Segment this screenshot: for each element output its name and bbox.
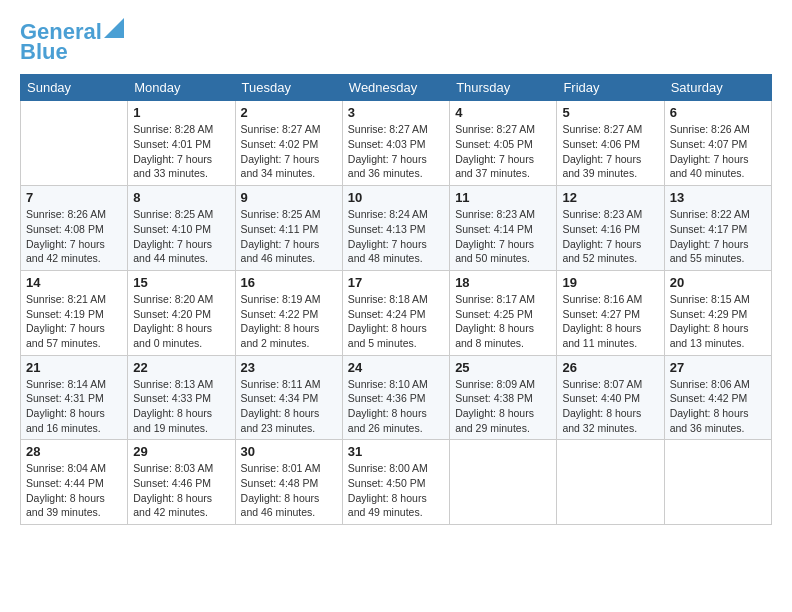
calendar-cell: 28 Sunrise: 8:04 AMSunset: 4:44 PMDaylig… bbox=[21, 440, 128, 525]
calendar-cell bbox=[557, 440, 664, 525]
day-number: 12 bbox=[562, 190, 658, 205]
calendar-week-row: 7 Sunrise: 8:26 AMSunset: 4:08 PMDayligh… bbox=[21, 186, 772, 271]
day-number: 30 bbox=[241, 444, 337, 459]
day-number: 5 bbox=[562, 105, 658, 120]
day-number: 1 bbox=[133, 105, 229, 120]
day-info: Sunrise: 8:13 AMSunset: 4:33 PMDaylight:… bbox=[133, 377, 229, 436]
calendar-cell: 19 Sunrise: 8:16 AMSunset: 4:27 PMDaylig… bbox=[557, 270, 664, 355]
calendar-week-row: 1 Sunrise: 8:28 AMSunset: 4:01 PMDayligh… bbox=[21, 101, 772, 186]
calendar-cell: 22 Sunrise: 8:13 AMSunset: 4:33 PMDaylig… bbox=[128, 355, 235, 440]
calendar-week-row: 14 Sunrise: 8:21 AMSunset: 4:19 PMDaylig… bbox=[21, 270, 772, 355]
calendar-cell: 5 Sunrise: 8:27 AMSunset: 4:06 PMDayligh… bbox=[557, 101, 664, 186]
day-number: 20 bbox=[670, 275, 766, 290]
calendar-cell: 24 Sunrise: 8:10 AMSunset: 4:36 PMDaylig… bbox=[342, 355, 449, 440]
day-info: Sunrise: 8:20 AMSunset: 4:20 PMDaylight:… bbox=[133, 292, 229, 351]
calendar-cell: 21 Sunrise: 8:14 AMSunset: 4:31 PMDaylig… bbox=[21, 355, 128, 440]
day-info: Sunrise: 8:25 AMSunset: 4:10 PMDaylight:… bbox=[133, 207, 229, 266]
day-number: 15 bbox=[133, 275, 229, 290]
day-number: 10 bbox=[348, 190, 444, 205]
calendar-cell: 31 Sunrise: 8:00 AMSunset: 4:50 PMDaylig… bbox=[342, 440, 449, 525]
column-header-monday: Monday bbox=[128, 75, 235, 101]
calendar-cell: 13 Sunrise: 8:22 AMSunset: 4:17 PMDaylig… bbox=[664, 186, 771, 271]
day-info: Sunrise: 8:00 AMSunset: 4:50 PMDaylight:… bbox=[348, 461, 444, 520]
day-info: Sunrise: 8:27 AMSunset: 4:06 PMDaylight:… bbox=[562, 122, 658, 181]
day-number: 25 bbox=[455, 360, 551, 375]
day-info: Sunrise: 8:06 AMSunset: 4:42 PMDaylight:… bbox=[670, 377, 766, 436]
calendar-cell: 11 Sunrise: 8:23 AMSunset: 4:14 PMDaylig… bbox=[450, 186, 557, 271]
day-number: 27 bbox=[670, 360, 766, 375]
day-number: 14 bbox=[26, 275, 122, 290]
calendar-header-row: SundayMondayTuesdayWednesdayThursdayFrid… bbox=[21, 75, 772, 101]
day-number: 7 bbox=[26, 190, 122, 205]
day-info: Sunrise: 8:01 AMSunset: 4:48 PMDaylight:… bbox=[241, 461, 337, 520]
day-info: Sunrise: 8:16 AMSunset: 4:27 PMDaylight:… bbox=[562, 292, 658, 351]
day-info: Sunrise: 8:24 AMSunset: 4:13 PMDaylight:… bbox=[348, 207, 444, 266]
logo: General Blue bbox=[20, 20, 124, 64]
calendar-cell bbox=[664, 440, 771, 525]
day-info: Sunrise: 8:17 AMSunset: 4:25 PMDaylight:… bbox=[455, 292, 551, 351]
day-info: Sunrise: 8:27 AMSunset: 4:05 PMDaylight:… bbox=[455, 122, 551, 181]
calendar-week-row: 21 Sunrise: 8:14 AMSunset: 4:31 PMDaylig… bbox=[21, 355, 772, 440]
day-number: 21 bbox=[26, 360, 122, 375]
calendar-cell: 9 Sunrise: 8:25 AMSunset: 4:11 PMDayligh… bbox=[235, 186, 342, 271]
day-info: Sunrise: 8:22 AMSunset: 4:17 PMDaylight:… bbox=[670, 207, 766, 266]
day-info: Sunrise: 8:07 AMSunset: 4:40 PMDaylight:… bbox=[562, 377, 658, 436]
calendar-cell: 1 Sunrise: 8:28 AMSunset: 4:01 PMDayligh… bbox=[128, 101, 235, 186]
calendar-cell: 12 Sunrise: 8:23 AMSunset: 4:16 PMDaylig… bbox=[557, 186, 664, 271]
day-info: Sunrise: 8:26 AMSunset: 4:07 PMDaylight:… bbox=[670, 122, 766, 181]
calendar-cell: 14 Sunrise: 8:21 AMSunset: 4:19 PMDaylig… bbox=[21, 270, 128, 355]
day-info: Sunrise: 8:19 AMSunset: 4:22 PMDaylight:… bbox=[241, 292, 337, 351]
column-header-tuesday: Tuesday bbox=[235, 75, 342, 101]
calendar-cell: 23 Sunrise: 8:11 AMSunset: 4:34 PMDaylig… bbox=[235, 355, 342, 440]
day-number: 22 bbox=[133, 360, 229, 375]
day-number: 11 bbox=[455, 190, 551, 205]
day-info: Sunrise: 8:21 AMSunset: 4:19 PMDaylight:… bbox=[26, 292, 122, 351]
calendar-cell bbox=[21, 101, 128, 186]
day-info: Sunrise: 8:27 AMSunset: 4:03 PMDaylight:… bbox=[348, 122, 444, 181]
calendar-cell: 7 Sunrise: 8:26 AMSunset: 4:08 PMDayligh… bbox=[21, 186, 128, 271]
column-header-wednesday: Wednesday bbox=[342, 75, 449, 101]
calendar-cell: 17 Sunrise: 8:18 AMSunset: 4:24 PMDaylig… bbox=[342, 270, 449, 355]
calendar-cell: 29 Sunrise: 8:03 AMSunset: 4:46 PMDaylig… bbox=[128, 440, 235, 525]
day-info: Sunrise: 8:28 AMSunset: 4:01 PMDaylight:… bbox=[133, 122, 229, 181]
calendar-cell: 30 Sunrise: 8:01 AMSunset: 4:48 PMDaylig… bbox=[235, 440, 342, 525]
day-info: Sunrise: 8:03 AMSunset: 4:46 PMDaylight:… bbox=[133, 461, 229, 520]
day-info: Sunrise: 8:14 AMSunset: 4:31 PMDaylight:… bbox=[26, 377, 122, 436]
calendar-cell: 10 Sunrise: 8:24 AMSunset: 4:13 PMDaylig… bbox=[342, 186, 449, 271]
day-info: Sunrise: 8:11 AMSunset: 4:34 PMDaylight:… bbox=[241, 377, 337, 436]
day-info: Sunrise: 8:09 AMSunset: 4:38 PMDaylight:… bbox=[455, 377, 551, 436]
calendar-cell: 15 Sunrise: 8:20 AMSunset: 4:20 PMDaylig… bbox=[128, 270, 235, 355]
calendar-cell: 6 Sunrise: 8:26 AMSunset: 4:07 PMDayligh… bbox=[664, 101, 771, 186]
calendar-cell: 27 Sunrise: 8:06 AMSunset: 4:42 PMDaylig… bbox=[664, 355, 771, 440]
day-info: Sunrise: 8:10 AMSunset: 4:36 PMDaylight:… bbox=[348, 377, 444, 436]
day-number: 3 bbox=[348, 105, 444, 120]
calendar-cell: 26 Sunrise: 8:07 AMSunset: 4:40 PMDaylig… bbox=[557, 355, 664, 440]
column-header-sunday: Sunday bbox=[21, 75, 128, 101]
calendar-cell: 3 Sunrise: 8:27 AMSunset: 4:03 PMDayligh… bbox=[342, 101, 449, 186]
day-number: 28 bbox=[26, 444, 122, 459]
day-number: 13 bbox=[670, 190, 766, 205]
day-info: Sunrise: 8:15 AMSunset: 4:29 PMDaylight:… bbox=[670, 292, 766, 351]
day-number: 26 bbox=[562, 360, 658, 375]
day-number: 24 bbox=[348, 360, 444, 375]
day-number: 4 bbox=[455, 105, 551, 120]
calendar-cell: 4 Sunrise: 8:27 AMSunset: 4:05 PMDayligh… bbox=[450, 101, 557, 186]
page-header: General Blue bbox=[20, 20, 772, 64]
calendar-cell: 16 Sunrise: 8:19 AMSunset: 4:22 PMDaylig… bbox=[235, 270, 342, 355]
logo-text-line2: Blue bbox=[20, 40, 68, 64]
day-number: 17 bbox=[348, 275, 444, 290]
column-header-thursday: Thursday bbox=[450, 75, 557, 101]
day-number: 16 bbox=[241, 275, 337, 290]
day-number: 2 bbox=[241, 105, 337, 120]
day-info: Sunrise: 8:04 AMSunset: 4:44 PMDaylight:… bbox=[26, 461, 122, 520]
logo-triangle-icon bbox=[104, 18, 124, 38]
day-info: Sunrise: 8:26 AMSunset: 4:08 PMDaylight:… bbox=[26, 207, 122, 266]
day-info: Sunrise: 8:23 AMSunset: 4:16 PMDaylight:… bbox=[562, 207, 658, 266]
calendar-cell: 20 Sunrise: 8:15 AMSunset: 4:29 PMDaylig… bbox=[664, 270, 771, 355]
svg-marker-0 bbox=[104, 18, 124, 38]
day-number: 18 bbox=[455, 275, 551, 290]
day-number: 6 bbox=[670, 105, 766, 120]
day-info: Sunrise: 8:18 AMSunset: 4:24 PMDaylight:… bbox=[348, 292, 444, 351]
calendar-cell: 18 Sunrise: 8:17 AMSunset: 4:25 PMDaylig… bbox=[450, 270, 557, 355]
calendar-table: SundayMondayTuesdayWednesdayThursdayFrid… bbox=[20, 74, 772, 525]
